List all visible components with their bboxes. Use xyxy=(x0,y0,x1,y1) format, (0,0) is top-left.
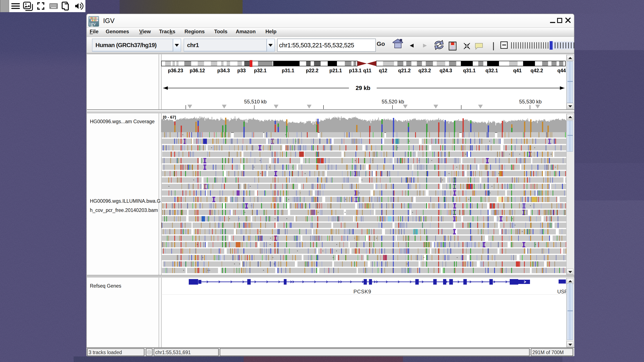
svg-text:55,530 kb: 55,530 kb xyxy=(519,99,542,104)
svg-text:q32.1: q32.1 xyxy=(486,68,498,73)
svg-text:p31.1: p31.1 xyxy=(282,68,294,73)
svg-text:p36.23: p36.23 xyxy=(168,68,183,73)
svg-text:PCSK9: PCSK9 xyxy=(354,289,371,294)
svg-text:q24.3: q24.3 xyxy=(440,68,452,73)
svg-text:USP2: USP2 xyxy=(557,289,566,294)
svg-text:29 kb: 29 kb xyxy=(356,85,370,91)
svg-text:p13.1: p13.1 xyxy=(349,68,362,73)
svg-text:[0 - 67]: [0 - 67] xyxy=(163,115,176,119)
svg-text:p34.3: p34.3 xyxy=(217,68,230,73)
svg-text:q41: q41 xyxy=(513,68,522,73)
svg-text:55,510 kb: 55,510 kb xyxy=(244,99,266,104)
svg-text:p33: p33 xyxy=(237,68,246,73)
svg-text:q11: q11 xyxy=(363,68,372,73)
svg-text:p21.1: p21.1 xyxy=(330,68,342,73)
svg-text:q21.2: q21.2 xyxy=(398,68,411,73)
svg-text:q12: q12 xyxy=(379,68,387,73)
svg-text:q42.2: q42.2 xyxy=(530,68,543,73)
svg-text:55,520 kb: 55,520 kb xyxy=(382,99,404,104)
svg-text:p22.2: p22.2 xyxy=(306,68,318,73)
svg-text:q31.1: q31.1 xyxy=(463,68,476,73)
svg-text:igv: igv xyxy=(89,21,96,27)
svg-text:q44: q44 xyxy=(557,68,566,73)
svg-text:q23.2: q23.2 xyxy=(418,68,431,73)
svg-text:p36.12: p36.12 xyxy=(190,68,205,73)
svg-text:p32.1: p32.1 xyxy=(254,68,267,73)
